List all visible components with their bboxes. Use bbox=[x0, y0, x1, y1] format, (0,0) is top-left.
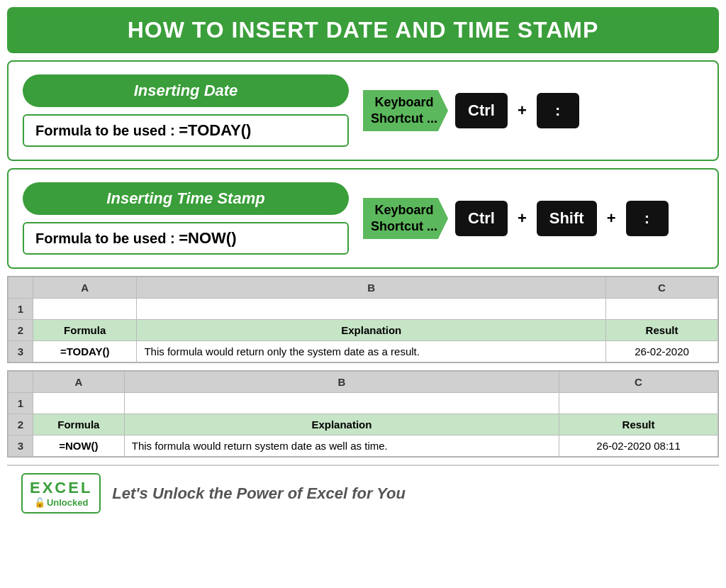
section-time-shortcut: Keyboard Shortcut ... Ctrl + Shift + : bbox=[363, 198, 703, 240]
row-num-1-2: 1 bbox=[9, 393, 33, 414]
formula-value-1: =TODAY() bbox=[179, 121, 251, 139]
logo-excel-text: EXCEL bbox=[30, 479, 92, 497]
section-date-card: Inserting Date Formula to be used : =TOD… bbox=[7, 60, 719, 161]
key-ctrl-2: Ctrl bbox=[455, 201, 508, 236]
key-plus-1: + bbox=[515, 101, 530, 120]
key-colon-2: : bbox=[626, 201, 669, 236]
row-num-2-1: 2 bbox=[9, 320, 33, 341]
unlock-icon: 🔓 bbox=[34, 497, 45, 508]
section-date-formula: Formula to be used : =TODAY() bbox=[23, 114, 349, 147]
row-2-a-2: Formula bbox=[33, 414, 125, 436]
table-date: A B C 1 2 Formula Explanation Result 3 =… bbox=[8, 277, 718, 362]
footer-tagline: Let's Unlock the Power of Excel for You bbox=[112, 484, 406, 503]
row-2-a-1: Formula bbox=[33, 320, 137, 341]
col-header-b-1: B bbox=[137, 277, 606, 299]
row-1-b-1 bbox=[137, 299, 606, 320]
row-1-b-2 bbox=[124, 393, 559, 414]
key-colon-1: : bbox=[537, 93, 579, 128]
section-date-left: Inserting Date Formula to be used : =TOD… bbox=[23, 74, 349, 147]
section-time-formula: Formula to be used : =NOW() bbox=[23, 222, 349, 255]
shortcut-arrow-1: Keyboard Shortcut ... bbox=[363, 90, 448, 132]
row-3-b-2: This formula would return system date as… bbox=[124, 436, 559, 457]
section-time-label: Inserting Time Stamp bbox=[23, 182, 349, 215]
logo-sub-text: Unlocked bbox=[47, 497, 89, 508]
row-2-b-1: Explanation bbox=[137, 320, 606, 341]
section-time-left: Inserting Time Stamp Formula to be used … bbox=[23, 182, 349, 255]
table-date-section: A B C 1 2 Formula Explanation Result 3 =… bbox=[7, 276, 719, 363]
table-time: A B C 1 2 Formula Explanation Result 3 =… bbox=[8, 371, 718, 457]
col-header-b-2: B bbox=[124, 372, 559, 393]
row-2-c-2: Result bbox=[559, 414, 718, 436]
row-3-a-2: =NOW() bbox=[33, 436, 125, 457]
col-header-blank-1 bbox=[9, 277, 33, 299]
table-row: 2 Formula Explanation Result bbox=[9, 320, 718, 341]
key-shift-2: Shift bbox=[537, 201, 597, 236]
section-time-card: Inserting Time Stamp Formula to be used … bbox=[7, 168, 719, 269]
row-num-1-1: 1 bbox=[9, 299, 33, 320]
page-title: HOW TO INSERT DATE AND TIME STAMP bbox=[7, 7, 719, 53]
key-ctrl-1: Ctrl bbox=[455, 93, 508, 128]
row-2-c-1: Result bbox=[606, 320, 718, 341]
col-header-a-2: A bbox=[33, 372, 125, 393]
row-num-3-2: 3 bbox=[9, 436, 33, 457]
col-header-c-1: C bbox=[606, 277, 718, 299]
row-2-b-2: Explanation bbox=[124, 414, 559, 436]
row-3-b-1: This formula would return only the syste… bbox=[137, 341, 606, 362]
row-3-c-1: 26-02-2020 bbox=[606, 341, 718, 362]
key-plus-2b: + bbox=[604, 209, 619, 228]
footer: EXCEL 🔓 Unlocked Let's Unlock the Power … bbox=[7, 465, 719, 521]
row-3-a-1: =TODAY() bbox=[33, 341, 137, 362]
section-date-label: Inserting Date bbox=[23, 74, 349, 107]
row-1-c-2 bbox=[559, 393, 718, 414]
row-num-3-1: 3 bbox=[9, 341, 33, 362]
logo-unlocked-text: 🔓 Unlocked bbox=[34, 497, 89, 508]
row-1-a-2 bbox=[33, 393, 125, 414]
formula-prefix-2: Formula to be used : bbox=[35, 231, 179, 246]
row-3-c-2: 26-02-2020 08:11 bbox=[559, 436, 718, 457]
col-header-a-1: A bbox=[33, 277, 137, 299]
table-row: 1 bbox=[9, 393, 718, 414]
section-date-shortcut: Keyboard Shortcut ... Ctrl + : bbox=[363, 90, 703, 132]
table-row: 3 =NOW() This formula would return syste… bbox=[9, 436, 718, 457]
table-row: 3 =TODAY() This formula would return onl… bbox=[9, 341, 718, 362]
table-row: 2 Formula Explanation Result bbox=[9, 414, 718, 436]
formula-prefix-1: Formula to be used : bbox=[35, 123, 179, 138]
row-num-2-2: 2 bbox=[9, 414, 33, 436]
key-plus-2a: + bbox=[515, 209, 530, 228]
row-1-a-1 bbox=[33, 299, 137, 320]
table-row: 1 bbox=[9, 299, 718, 320]
row-1-c-1 bbox=[606, 299, 718, 320]
formula-value-2: =NOW() bbox=[179, 229, 236, 247]
col-header-c-2: C bbox=[559, 372, 718, 393]
footer-logo: EXCEL 🔓 Unlocked bbox=[21, 473, 101, 514]
shortcut-arrow-2: Keyboard Shortcut ... bbox=[363, 198, 448, 240]
table-time-col-header-row: A B C bbox=[9, 372, 718, 393]
table-time-section: A B C 1 2 Formula Explanation Result 3 =… bbox=[7, 370, 719, 457]
table-date-col-header-row: A B C bbox=[9, 277, 718, 299]
col-header-blank-2 bbox=[9, 372, 33, 393]
